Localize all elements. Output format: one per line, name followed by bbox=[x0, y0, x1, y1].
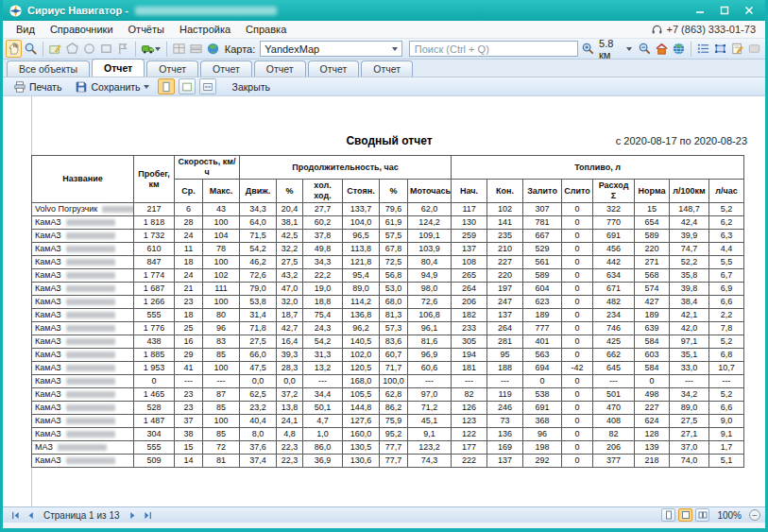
first-page-button[interactable] bbox=[8, 509, 23, 522]
vehicle-name: КамАЗ bbox=[35, 416, 61, 425]
data-cell: 72 bbox=[203, 441, 240, 455]
edit-map-button[interactable] bbox=[47, 40, 63, 58]
tab-5[interactable]: Отчет bbox=[308, 60, 360, 77]
close-report-button[interactable]: Закрыть bbox=[228, 79, 275, 94]
draw-circle-button[interactable] bbox=[81, 40, 97, 58]
tab-6[interactable]: Отчет bbox=[361, 60, 413, 77]
zoom-tool-button[interactable] bbox=[23, 40, 39, 58]
data-cell: 19,0 bbox=[303, 283, 343, 296]
data-cell: 100 bbox=[203, 256, 240, 269]
tab-3[interactable]: Отчет bbox=[200, 60, 252, 77]
prev-page-button[interactable] bbox=[23, 509, 38, 522]
zoom-decrease-button[interactable]: − bbox=[749, 509, 760, 521]
data-cell: 68,0 bbox=[380, 296, 408, 309]
data-cell: 568 bbox=[635, 269, 670, 283]
menu-item-1[interactable]: Справочники bbox=[43, 22, 121, 37]
view-mode-page-button[interactable] bbox=[158, 78, 175, 94]
menu-item-2[interactable]: Отчёты bbox=[121, 22, 172, 37]
vehicle-name-cell: КамАЗ bbox=[32, 243, 134, 256]
close-icon[interactable] bbox=[737, 3, 761, 18]
view-mode-width-button[interactable] bbox=[199, 78, 216, 94]
gray-panel-icon bbox=[747, 42, 761, 56]
vehicle-button[interactable] bbox=[140, 40, 162, 58]
column-header: хол. ход. bbox=[303, 180, 343, 203]
fit-page-view-button[interactable] bbox=[678, 508, 692, 522]
data-cell: 37,2 bbox=[277, 388, 303, 402]
menu-item-4[interactable]: Справка bbox=[238, 22, 294, 37]
menu-item-3[interactable]: Настройка bbox=[172, 22, 238, 37]
globe-button[interactable] bbox=[671, 40, 687, 58]
data-cell: 97,0 bbox=[408, 388, 452, 402]
selection-area-button[interactable] bbox=[712, 40, 728, 58]
flag-button[interactable] bbox=[115, 40, 131, 58]
pan-tool-button[interactable] bbox=[6, 40, 22, 58]
draw-polygon-button[interactable] bbox=[64, 40, 80, 58]
map-scale-value[interactable]: 5.8 км bbox=[599, 38, 623, 60]
vehicle-name-cell: КамАЗ bbox=[32, 349, 134, 362]
data-cell: 623 bbox=[523, 296, 562, 309]
column-header: Залито bbox=[523, 180, 562, 203]
last-page-button[interactable] bbox=[141, 509, 156, 522]
data-cell: 42,0 bbox=[670, 322, 709, 335]
window-bottom-strip bbox=[3, 523, 765, 528]
single-page-view-button[interactable] bbox=[661, 508, 675, 522]
maximize-icon[interactable] bbox=[712, 3, 737, 18]
data-cell: 22,3 bbox=[277, 441, 303, 455]
column-header: Стоян. bbox=[343, 180, 380, 203]
data-cell: 247 bbox=[487, 296, 523, 309]
tab-0[interactable]: Все объекты bbox=[7, 60, 90, 77]
print-button[interactable]: Печать bbox=[9, 78, 66, 95]
view-mode-full-button[interactable] bbox=[179, 78, 196, 94]
save-button[interactable]: Сохранить bbox=[70, 78, 153, 95]
data-cell: 1 266 bbox=[134, 296, 175, 309]
data-cell: 6 bbox=[175, 203, 203, 216]
vehicle-name-cell: КамАЗ bbox=[32, 283, 134, 296]
zoom-out-button[interactable] bbox=[637, 40, 653, 58]
page-icon bbox=[161, 81, 172, 93]
data-cell: 1 732 bbox=[134, 230, 175, 243]
spread-view-button[interactable] bbox=[695, 508, 709, 522]
data-cell: 121,8 bbox=[343, 256, 380, 269]
caret-down-icon[interactable] bbox=[626, 47, 632, 51]
data-cell: 9,1 bbox=[709, 428, 744, 441]
menu-item-0[interactable]: Вид bbox=[9, 22, 43, 37]
panel-grid-button[interactable] bbox=[171, 40, 187, 58]
tab-1[interactable]: Отчет bbox=[92, 59, 145, 77]
tab-4[interactable]: Отчет bbox=[254, 60, 306, 77]
vehicle-name-cell: КамАЗ bbox=[32, 335, 134, 349]
data-cell: 46,2 bbox=[240, 256, 277, 269]
search-input[interactable] bbox=[409, 41, 578, 57]
next-page-button[interactable] bbox=[126, 509, 141, 522]
map-select[interactable]: YandexMap bbox=[260, 41, 402, 57]
vehicle-name-cell: КамАЗ bbox=[32, 230, 134, 243]
draw-rect-button[interactable] bbox=[98, 40, 114, 58]
data-cell: 60,6 bbox=[408, 362, 452, 375]
table-row: Volvo Погрузчик21764334,320,427,7133,779… bbox=[32, 203, 744, 216]
zoom-in-button[interactable] bbox=[580, 40, 596, 58]
data-cell: 6,6 bbox=[709, 402, 744, 415]
home-button[interactable] bbox=[654, 40, 670, 58]
data-cell: 39,3 bbox=[277, 349, 303, 362]
tab-2[interactable]: Отчет bbox=[146, 60, 198, 77]
data-cell: 538 bbox=[523, 388, 562, 402]
data-cell: 6,9 bbox=[709, 283, 744, 296]
data-cell: 53,8 bbox=[240, 296, 277, 309]
table-row: КамАЗ1 6872111179,047,019,089,053,098,02… bbox=[32, 283, 744, 296]
geo-layers-button[interactable] bbox=[205, 40, 221, 58]
map-pencil-icon bbox=[48, 42, 62, 56]
data-cell: 0 bbox=[562, 402, 593, 415]
data-cell: 71,7 bbox=[380, 362, 408, 375]
data-cell: 6,3 bbox=[709, 230, 744, 243]
data-cell: 206 bbox=[452, 296, 487, 309]
column-header: Ср. bbox=[175, 180, 203, 203]
edit-notes-button[interactable] bbox=[729, 40, 745, 58]
report-table: НазваниеПробег, кмСкорость, км/чПродолжи… bbox=[31, 155, 744, 468]
road-panel-button[interactable] bbox=[188, 40, 204, 58]
vehicle-name-cell: КамАЗ bbox=[32, 322, 134, 335]
data-cell: 71,2 bbox=[408, 402, 452, 415]
redacted-plate bbox=[66, 431, 115, 438]
object-list-button[interactable] bbox=[695, 40, 711, 58]
data-cell: 87 bbox=[203, 388, 240, 402]
data-cell: 111 bbox=[203, 283, 240, 296]
minimize-icon[interactable] bbox=[688, 3, 712, 18]
